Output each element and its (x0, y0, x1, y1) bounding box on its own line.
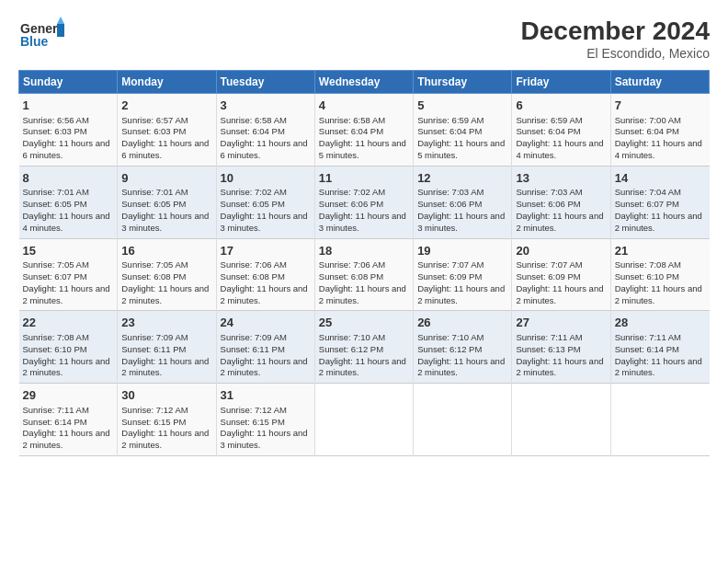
calendar-cell: 27Sunrise: 7:11 AMSunset: 6:13 PMDayligh… (512, 311, 610, 384)
sunrise: Sunrise: 6:57 AM (121, 115, 188, 125)
subtitle: El Escondido, Mexico (521, 46, 710, 61)
sunrise: Sunrise: 7:11 AM (615, 332, 681, 342)
daylight: Daylight: 11 hours and 2 minutes. (221, 356, 308, 378)
calendar-cell: 3Sunrise: 6:58 AMSunset: 6:04 PMDaylight… (216, 94, 314, 167)
sunrise: Sunrise: 7:12 AM (221, 405, 287, 415)
daylight: Daylight: 11 hours and 2 minutes. (615, 356, 702, 378)
daylight: Daylight: 11 hours and 2 minutes. (615, 283, 702, 305)
sunrise: Sunrise: 7:04 AM (615, 187, 681, 197)
daylight: Daylight: 11 hours and 6 minutes. (221, 138, 308, 160)
sunrise: Sunrise: 7:10 AM (417, 332, 483, 342)
daylight: Daylight: 11 hours and 3 minutes. (417, 211, 505, 233)
daylight: Daylight: 11 hours and 4 minutes. (516, 138, 603, 160)
sunrise: Sunrise: 6:59 AM (417, 115, 483, 125)
col-header-friday: Friday (512, 71, 610, 94)
day-number: 6 (516, 98, 606, 114)
sunrise: Sunrise: 7:02 AM (319, 187, 385, 197)
logo-icon: General Blue (18, 17, 64, 53)
sunset: Sunset: 6:07 PM (23, 271, 87, 282)
calendar-cell (314, 384, 413, 456)
calendar-cell: 28Sunrise: 7:11 AMSunset: 6:14 PMDayligh… (610, 311, 709, 384)
page: General Blue December 2024 El Escondido,… (0, 0, 728, 563)
sunset: Sunset: 6:09 PM (417, 271, 482, 282)
calendar-cell (414, 384, 512, 456)
daylight: Daylight: 11 hours and 3 minutes. (221, 211, 308, 233)
day-number: 14 (615, 170, 706, 187)
day-number: 18 (319, 243, 409, 259)
daylight: Daylight: 11 hours and 5 minutes. (417, 138, 505, 160)
sunrise: Sunrise: 6:58 AM (319, 115, 385, 125)
daylight: Daylight: 11 hours and 4 minutes. (23, 211, 110, 233)
sunrise: Sunrise: 7:06 AM (319, 259, 385, 270)
day-number: 16 (121, 243, 211, 259)
sunrise: Sunrise: 7:11 AM (23, 405, 89, 415)
sunset: Sunset: 6:05 PM (23, 199, 87, 209)
day-number: 31 (221, 387, 311, 404)
col-header-saturday: Saturday (610, 71, 709, 94)
day-number: 4 (319, 98, 409, 114)
sunrise: Sunrise: 7:07 AM (516, 259, 582, 270)
sunset: Sunset: 6:10 PM (615, 271, 679, 282)
sunrise: Sunrise: 7:09 AM (221, 332, 287, 342)
daylight: Daylight: 11 hours and 2 minutes. (319, 283, 406, 305)
calendar-cell: 20Sunrise: 7:07 AMSunset: 6:09 PMDayligh… (512, 238, 610, 311)
day-number: 7 (615, 98, 706, 114)
calendar-cell: 15Sunrise: 7:05 AMSunset: 6:07 PMDayligh… (19, 238, 118, 311)
sunset: Sunset: 6:11 PM (121, 344, 186, 354)
sunrise: Sunrise: 7:09 AM (121, 332, 188, 342)
calendar-cell: 9Sunrise: 7:01 AMSunset: 6:05 PMDaylight… (118, 166, 216, 238)
sunrise: Sunrise: 7:00 AM (615, 115, 681, 125)
day-number: 10 (221, 170, 311, 187)
week-row-3: 15Sunrise: 7:05 AMSunset: 6:07 PMDayligh… (19, 238, 710, 311)
day-number: 24 (221, 315, 311, 331)
daylight: Daylight: 11 hours and 6 minutes. (23, 138, 110, 160)
sunrise: Sunrise: 7:03 AM (516, 187, 582, 197)
sunset: Sunset: 6:03 PM (23, 126, 87, 136)
sunrise: Sunrise: 7:02 AM (221, 187, 287, 197)
sunset: Sunset: 6:07 PM (615, 199, 679, 209)
week-row-2: 8Sunrise: 7:01 AMSunset: 6:05 PMDaylight… (19, 166, 710, 238)
day-number: 30 (121, 387, 211, 404)
sunset: Sunset: 6:09 PM (516, 271, 580, 282)
sunset: Sunset: 6:08 PM (121, 271, 186, 282)
sunset: Sunset: 6:04 PM (319, 126, 383, 136)
calendar-cell: 11Sunrise: 7:02 AMSunset: 6:06 PMDayligh… (314, 166, 413, 238)
sunset: Sunset: 6:13 PM (516, 344, 580, 354)
sunset: Sunset: 6:08 PM (221, 271, 285, 282)
sunrise: Sunrise: 7:05 AM (23, 259, 89, 270)
sunrise: Sunrise: 7:05 AM (121, 259, 188, 270)
sunrise: Sunrise: 7:06 AM (221, 259, 287, 270)
calendar-cell: 14Sunrise: 7:04 AMSunset: 6:07 PMDayligh… (610, 166, 709, 238)
sunset: Sunset: 6:03 PM (121, 126, 186, 136)
sunset: Sunset: 6:06 PM (516, 199, 580, 209)
daylight: Daylight: 11 hours and 2 minutes. (516, 356, 603, 378)
daylight: Daylight: 11 hours and 2 minutes. (516, 283, 603, 305)
calendar-cell: 24Sunrise: 7:09 AMSunset: 6:11 PMDayligh… (216, 311, 314, 384)
calendar-cell: 26Sunrise: 7:10 AMSunset: 6:12 PMDayligh… (414, 311, 512, 384)
calendar-table: SundayMondayTuesdayWednesdayThursdayFrid… (18, 70, 710, 456)
sunrise: Sunrise: 7:12 AM (121, 405, 188, 415)
calendar-cell (512, 384, 610, 456)
calendar-cell: 7Sunrise: 7:00 AMSunset: 6:04 PMDaylight… (610, 94, 709, 167)
daylight: Daylight: 11 hours and 3 minutes. (319, 211, 406, 233)
daylight: Daylight: 11 hours and 2 minutes. (417, 356, 505, 378)
calendar-cell: 31Sunrise: 7:12 AMSunset: 6:15 PMDayligh… (216, 384, 314, 456)
sunrise: Sunrise: 6:59 AM (516, 115, 582, 125)
calendar-cell: 29Sunrise: 7:11 AMSunset: 6:14 PMDayligh… (19, 384, 118, 456)
sunset: Sunset: 6:04 PM (615, 126, 679, 136)
daylight: Daylight: 11 hours and 2 minutes. (121, 356, 209, 378)
calendar-cell: 21Sunrise: 7:08 AMSunset: 6:10 PMDayligh… (610, 238, 709, 311)
daylight: Daylight: 11 hours and 2 minutes. (23, 428, 110, 450)
daylight: Daylight: 11 hours and 5 minutes. (319, 138, 406, 160)
sunrise: Sunrise: 7:10 AM (319, 332, 385, 342)
calendar-cell: 30Sunrise: 7:12 AMSunset: 6:15 PMDayligh… (118, 384, 216, 456)
daylight: Daylight: 11 hours and 4 minutes. (615, 138, 702, 160)
sunset: Sunset: 6:12 PM (319, 344, 383, 354)
sunset: Sunset: 6:12 PM (417, 344, 482, 354)
calendar-cell: 23Sunrise: 7:09 AMSunset: 6:11 PMDayligh… (118, 311, 216, 384)
daylight: Daylight: 11 hours and 3 minutes. (121, 211, 209, 233)
sunset: Sunset: 6:05 PM (221, 199, 285, 209)
week-row-4: 22Sunrise: 7:08 AMSunset: 6:10 PMDayligh… (19, 311, 710, 384)
day-number: 9 (121, 170, 211, 187)
col-header-thursday: Thursday (414, 71, 512, 94)
